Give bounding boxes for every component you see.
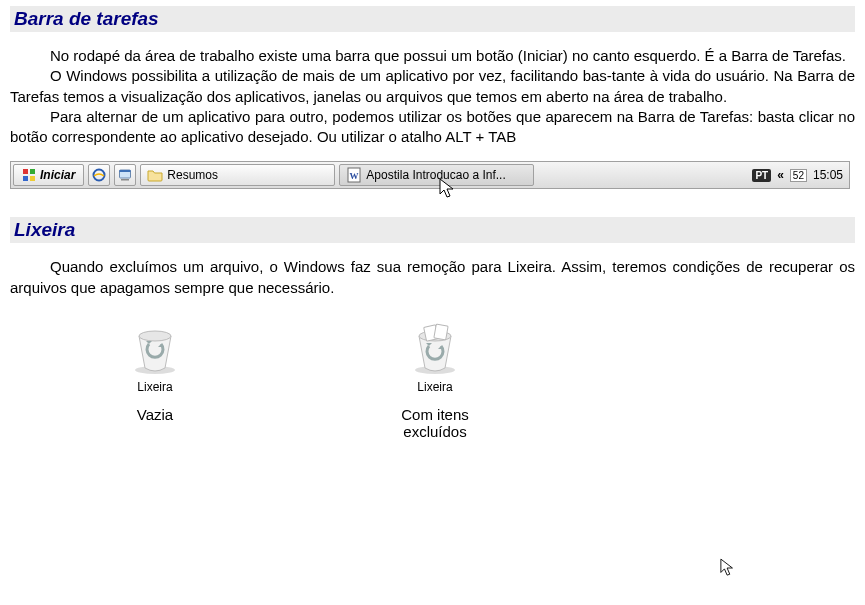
taskbar-item-apostila[interactable]: W Apostila Introducao a Inf... xyxy=(339,164,534,186)
section1-p3: Para alternar de um aplicativo para outr… xyxy=(10,107,855,148)
svg-rect-7 xyxy=(121,179,129,181)
svg-rect-15 xyxy=(434,324,448,340)
task1-label: Resumos xyxy=(167,168,218,182)
lixeira-full-caption-l2: excluídos xyxy=(370,423,500,440)
lixeira-full-item: Lixeira Com itens excluídos xyxy=(370,322,500,440)
lixeira-full-caption: Com itens excluídos xyxy=(370,406,500,440)
recycle-bin-full-icon xyxy=(370,322,500,376)
lixeira-empty-item: Lixeira Vazia xyxy=(90,322,220,423)
section2-p1: Quando excluímos um arquivo, o Windows f… xyxy=(10,257,855,298)
svg-rect-2 xyxy=(23,176,28,181)
svg-text:W: W xyxy=(350,171,359,181)
section-header-taskbar: Barra de tarefas xyxy=(10,6,855,32)
lixeira-full-label: Lixeira xyxy=(370,380,500,394)
recycle-bin-empty-icon xyxy=(90,322,220,376)
section1-p1: No rodapé da área de trabalho existe uma… xyxy=(10,46,855,66)
svg-rect-1 xyxy=(30,169,35,174)
start-button-label: Iniciar xyxy=(40,168,75,182)
section2-body: Quando excluímos um arquivo, o Windows f… xyxy=(10,257,855,298)
quick-launch-ie[interactable] xyxy=(88,164,110,186)
svg-point-11 xyxy=(139,331,171,341)
svg-rect-0 xyxy=(23,169,28,174)
document-page: Barra de tarefas No rodapé da área de tr… xyxy=(0,0,865,470)
windows-flag-icon xyxy=(22,168,36,182)
section-title-lixeira: Lixeira xyxy=(14,219,851,241)
section-header-lixeira: Lixeira xyxy=(10,217,855,243)
svg-rect-3 xyxy=(30,176,35,181)
section1-p2: O Windows possibilita a utilização de ma… xyxy=(10,66,855,107)
section-title-taskbar: Barra de tarefas xyxy=(14,8,851,30)
task2-label: Apostila Introducao a Inf... xyxy=(366,168,505,182)
tray-temp[interactable]: 52 xyxy=(790,169,807,182)
section1-body: No rodapé da área de trabalho existe uma… xyxy=(10,46,855,147)
system-tray: PT « 52 15:05 xyxy=(746,168,849,182)
globe-e-icon xyxy=(92,168,106,182)
start-button[interactable]: Iniciar xyxy=(13,164,84,186)
tray-chevron-icon[interactable]: « xyxy=(777,168,784,182)
quick-launch-desktop[interactable] xyxy=(114,164,136,186)
tray-clock: 15:05 xyxy=(813,168,843,182)
taskbar-mockup: Iniciar xyxy=(10,161,850,189)
svg-rect-6 xyxy=(120,170,131,172)
taskbar-item-resumos[interactable]: Resumos xyxy=(140,164,335,186)
lixeira-icons-row: Lixeira Vazia Lixeira Com itens ex xyxy=(90,322,855,440)
word-doc-icon: W xyxy=(346,167,362,183)
show-desktop-icon xyxy=(118,168,132,182)
lixeira-empty-caption: Vazia xyxy=(90,406,220,423)
lixeira-empty-label: Lixeira xyxy=(90,380,220,394)
tray-lang[interactable]: PT xyxy=(752,169,771,182)
lixeira-full-caption-l1: Com itens xyxy=(370,406,500,423)
folder-icon xyxy=(147,168,163,182)
